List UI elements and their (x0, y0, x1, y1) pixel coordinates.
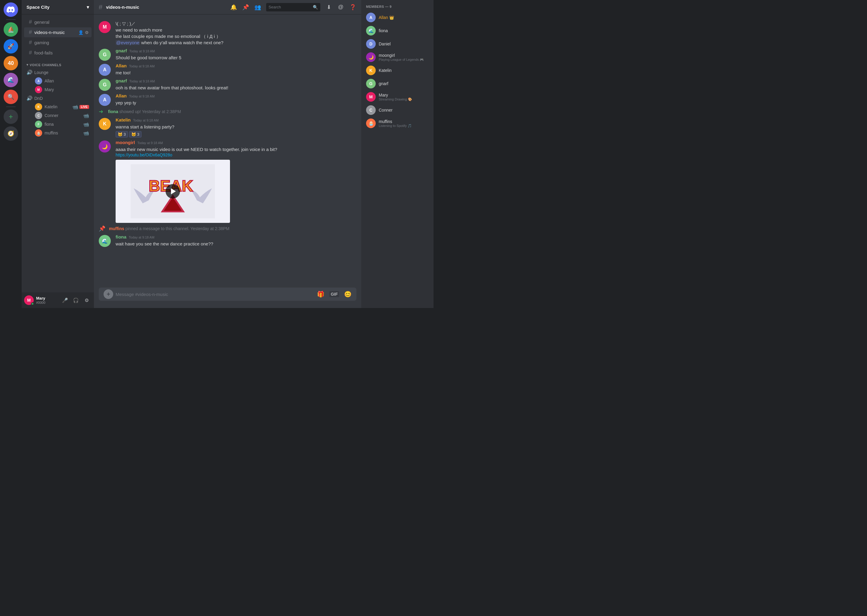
member-item-allan[interactable]: A Allan 👑 (364, 11, 431, 24)
server-icon-5[interactable]: 🔍 (4, 90, 18, 104)
member-item-mary[interactable]: M Mary Streaming Drawing 🎨 (364, 90, 431, 104)
server-icon-4[interactable]: 🌊 (4, 73, 18, 87)
settings-icon[interactable]: ⚙ (84, 30, 89, 35)
author-moongirl-1[interactable]: moongirl (116, 140, 135, 145)
help-icon[interactable]: ❓ (349, 4, 356, 11)
explore-servers-button[interactable]: 🧭 (4, 126, 18, 141)
voice-member-mary-avatar: M (35, 86, 42, 93)
current-user-tag: #0000 (36, 301, 58, 304)
member-avatar-conner: C (366, 105, 376, 115)
voice-channel-lounge[interactable]: 🔊 Lounge (24, 68, 91, 76)
bell-icon[interactable]: 🔔 (230, 4, 237, 11)
channel-list: # general # videos-n-music 👤 ⚙ # gaming … (22, 14, 94, 292)
message-header-allan-1: Allan Today at 9:18 AM (116, 63, 356, 68)
member-avatar-gnarf: G (366, 79, 376, 88)
channel-header-name: videos-n-music (106, 5, 139, 9)
channel-item-food-fails[interactable]: # food-fails (24, 48, 91, 58)
discord-home-button[interactable] (4, 2, 18, 17)
user-controls: 🎤 🎧 ⚙ (60, 295, 91, 305)
message-group-fiona-1: 🌊 fiona Today at 9:18 AM wait have you s… (94, 233, 361, 248)
add-server-button[interactable]: + (4, 110, 18, 124)
member-item-fiona[interactable]: 🌊 fiona (364, 24, 431, 37)
voice-member-conner[interactable]: C Conner 📹 (24, 111, 91, 120)
member-item-conner[interactable]: C Conner (364, 104, 431, 117)
member-name-moongirl: moongirl (379, 53, 429, 58)
message-text-moongirl-1: aaaa their new music video is out we NEE… (116, 146, 356, 152)
search-input[interactable] (268, 5, 311, 9)
system-author-muffins[interactable]: muffins (109, 226, 125, 231)
server-list: ⛵ 🚀 40 🌊 🔍 + 🧭 (0, 0, 22, 308)
voice-member-muffins[interactable]: 🧁 muffins 📹 (24, 129, 91, 137)
video-embed: BEAK (116, 160, 230, 223)
author-gnarf-1[interactable]: gnarf (116, 48, 127, 53)
author-gnarf-2[interactable]: gnarf (116, 78, 127, 83)
message-content-allan-2: Allan Today at 9:18 AM yep yep ty (116, 93, 356, 106)
server-header[interactable]: Space City ▾ (22, 0, 94, 14)
author-allan-1[interactable]: Allan (116, 63, 127, 68)
gif-button[interactable]: GIF (329, 291, 339, 297)
hash-icon-videos: # (29, 29, 32, 36)
download-icon[interactable]: ⬇ (325, 4, 333, 11)
member-item-daniel[interactable]: D Daniel (364, 37, 431, 50)
channel-item-general[interactable]: # general (24, 17, 91, 27)
message-header-gnarf-1: gnarf Today at 9:18 AM (116, 48, 356, 53)
member-item-gnarf[interactable]: G gnarf (364, 77, 431, 90)
user-info: Mary #0000 (36, 296, 58, 304)
reaction-cat2[interactable]: 🐱 3 (129, 131, 142, 137)
member-info-mary: Mary Streaming Drawing 🎨 (379, 93, 429, 101)
youtube-link[interactable]: https://youtu.be/OiDx6aQ928o (116, 152, 172, 157)
emoji-button[interactable]: 😊 (344, 291, 352, 298)
voice-channel-dnd[interactable]: 🔊 DnD (24, 94, 91, 102)
server-icon-1[interactable]: ⛵ (4, 22, 18, 37)
message-content-moongirl-1: moongirl Today at 9:18 AM aaaa their new… (116, 140, 356, 223)
voice-member-fiona[interactable]: F fiona 📹 (24, 120, 91, 129)
add-member-icon[interactable]: 👤 (78, 30, 83, 35)
pin-icon[interactable]: 📌 (242, 4, 249, 11)
member-name-allan: Allan 👑 (379, 15, 429, 20)
member-item-katelin[interactable]: K Katelin (364, 64, 431, 77)
server-icon-2[interactable]: 🚀 (4, 39, 18, 53)
channel-actions: 👤 ⚙ (78, 30, 89, 35)
server-dropdown-icon: ▾ (87, 5, 89, 10)
deafen-button[interactable]: 🎧 (71, 295, 81, 305)
embed-video-area[interactable]: BEAK (116, 160, 230, 223)
member-name-katelin: Katelin (379, 68, 429, 73)
message-attach-button[interactable]: + (104, 289, 113, 299)
mention-icon[interactable]: @ (337, 4, 344, 11)
voice-member-muffins-avatar: 🧁 (35, 129, 42, 137)
member-item-moongirl[interactable]: 🌙 moongirl Playing League of Legends 🎮 (364, 50, 431, 64)
mute-button[interactable]: 🎤 (60, 295, 70, 305)
author-allan-2[interactable]: Allan (116, 93, 127, 98)
voice-channel-lounge-label: Lounge (34, 70, 49, 75)
channel-item-gaming[interactable]: # gaming (24, 38, 91, 47)
message-text-gnarf-2: ooh is that new avatar from that photosh… (116, 85, 356, 91)
member-info-katelin: Katelin (379, 68, 429, 73)
author-fiona-1[interactable]: fiona (116, 234, 126, 239)
message-group-katelin-1: K Katelin Today at 9:18 AM wanna start a… (94, 116, 361, 139)
timestamp-katelin-1: Today at 9:18 AM (133, 118, 159, 122)
voice-channels-header[interactable]: ▾ VOICE CHANNELS (22, 58, 94, 68)
channel-item-videos-n-music[interactable]: # videos-n-music 👤 ⚙ (24, 27, 91, 37)
voice-member-allan[interactable]: A Allan (24, 77, 91, 85)
author-katelin-1[interactable]: Katelin (116, 117, 131, 123)
settings-button[interactable]: ⚙ (82, 295, 91, 305)
server-icon-3[interactable]: 40 (4, 56, 18, 71)
reaction-cat1[interactable]: 🐱 3 (116, 131, 128, 137)
member-item-muffins[interactable]: 🧁 muffins Listening to Spotify 🎵 (364, 117, 431, 130)
message-input-placeholder[interactable]: Message #videos-n-music (116, 292, 315, 297)
search-bar[interactable]: 🔍 (266, 3, 320, 11)
channel-label-food: food-fails (34, 50, 53, 55)
hash-icon-general: # (29, 19, 32, 25)
message-input-box: + Message #videos-n-music 🎁 GIF 😊 (99, 288, 356, 301)
timestamp-allan-1: Today at 9:18 AM (129, 64, 155, 68)
message-header-fiona-1: fiona Today at 9:18 AM (116, 234, 356, 239)
member-status-moongirl: Playing League of Legends 🎮 (379, 58, 429, 62)
voice-member-katelin[interactable]: K Katelin 📹 LIVE (24, 102, 91, 111)
gift-icon[interactable]: 🎁 (317, 291, 325, 298)
member-info-allan: Allan 👑 (379, 15, 429, 20)
voice-member-mary[interactable]: M Mary (24, 85, 91, 94)
video-play-button[interactable] (166, 184, 180, 198)
system-author-fiona[interactable]: fiona (108, 109, 118, 114)
members-icon[interactable]: 👥 (254, 4, 261, 11)
voice-member-fiona-name: fiona (44, 122, 54, 127)
